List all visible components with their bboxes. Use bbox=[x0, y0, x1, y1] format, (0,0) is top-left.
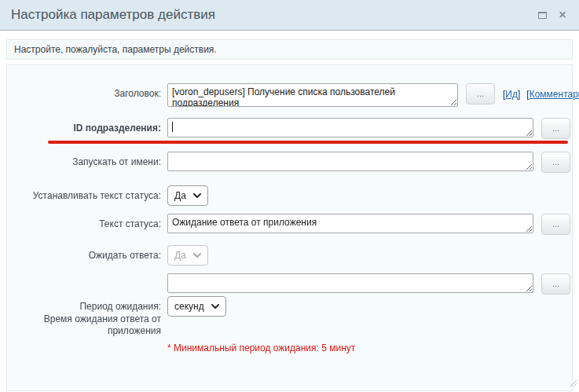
wait-period-unit-value: секунд bbox=[174, 301, 204, 312]
text-caret bbox=[172, 122, 173, 132]
row-period-value: ... bbox=[7, 273, 572, 295]
run-as-label: Запускать от имени: bbox=[7, 152, 161, 169]
maximize-icon[interactable] bbox=[538, 12, 547, 19]
wait-period-input[interactable] bbox=[167, 273, 533, 293]
set-status-text-value: Да bbox=[174, 190, 186, 201]
row-title: Заголовок: [voron_depusers] Получение сп… bbox=[7, 83, 572, 107]
row-status-text: Текст статуса: Ожидание ответа от прилож… bbox=[7, 214, 572, 235]
dialog-title: Настройка параметров действия bbox=[11, 7, 215, 23]
empty-label bbox=[7, 338, 161, 343]
wait-period-unit-select[interactable]: секунд bbox=[167, 296, 226, 317]
row-wait-answer: Ожидать ответа: Да bbox=[7, 245, 572, 266]
title-more-button[interactable]: ... bbox=[466, 83, 495, 104]
row-period-unit: Период ожидания: Время ожидания ответа о… bbox=[7, 296, 572, 338]
min-period-warning: * Минимальный период ожидания: 5 минут bbox=[167, 338, 355, 354]
set-status-text-label: Устанавливать текст статуса: bbox=[7, 185, 161, 203]
title-links: [Ид] [Комментарий] bbox=[503, 83, 579, 100]
run-as-input[interactable] bbox=[167, 152, 533, 171]
dialog-window: Настройка параметров действия ✕ Настройт… bbox=[0, 0, 579, 392]
close-icon[interactable]: ✕ bbox=[559, 10, 566, 20]
status-text-label: Текст статуса: bbox=[7, 214, 161, 231]
row-department-id: ID подразделения: ... bbox=[7, 118, 572, 139]
id-link[interactable]: [Ид] bbox=[503, 89, 520, 100]
chevron-down-icon bbox=[193, 193, 201, 198]
notice-bar: Настройте, пожалуйста, параметры действи… bbox=[6, 39, 573, 60]
title-label: Заголовок: bbox=[7, 83, 161, 101]
resize-grip[interactable] bbox=[568, 376, 577, 390]
wait-answer-label: Ожидать ответа: bbox=[7, 245, 161, 262]
comment-link-label[interactable]: Комментарий bbox=[530, 89, 579, 100]
row-set-status-text: Устанавливать текст статуса: Да bbox=[7, 185, 572, 206]
chevron-down-icon bbox=[193, 253, 201, 258]
wait-answer-select: Да bbox=[167, 245, 208, 266]
wait-period-label-line2: Время ожидания ответа от приложения bbox=[7, 313, 161, 338]
highlight-underline bbox=[48, 141, 568, 144]
set-status-text-select[interactable]: Да bbox=[167, 185, 208, 206]
empty-label bbox=[7, 273, 161, 278]
row-run-as: Запускать от имени: ... bbox=[7, 152, 572, 173]
wait-period-label: Период ожидания: Время ожидания ответа о… bbox=[7, 296, 161, 338]
status-text-more-button[interactable]: ... bbox=[541, 214, 570, 235]
department-id-input[interactable] bbox=[167, 118, 533, 137]
id-link-label[interactable]: Ид bbox=[505, 89, 518, 100]
status-text-input[interactable]: Ожидание ответа от приложения bbox=[167, 214, 533, 233]
notice-text: Настройте, пожалуйста, параметры действи… bbox=[14, 44, 217, 55]
department-id-label: ID подразделения: bbox=[7, 118, 161, 135]
run-as-more-button[interactable]: ... bbox=[541, 152, 570, 173]
chevron-down-icon bbox=[211, 304, 219, 309]
comment-link[interactable]: [Комментарий] bbox=[526, 89, 579, 100]
wait-period-label-line1: Период ожидания: bbox=[7, 301, 161, 313]
dialog-titlebar: Настройка параметров действия ✕ bbox=[0, 0, 579, 31]
row-warning: * Минимальный период ожидания: 5 минут bbox=[7, 338, 572, 354]
title-input[interactable]: [voron_depusers] Получение списка пользо… bbox=[167, 83, 458, 107]
department-id-more-button[interactable]: ... bbox=[541, 118, 570, 139]
wait-period-more-button[interactable]: ... bbox=[541, 273, 570, 295]
parameters-form: Заголовок: [voron_depusers] Получение сп… bbox=[6, 64, 573, 391]
wait-answer-value: Да bbox=[174, 250, 186, 261]
bracket: ] bbox=[518, 89, 520, 100]
